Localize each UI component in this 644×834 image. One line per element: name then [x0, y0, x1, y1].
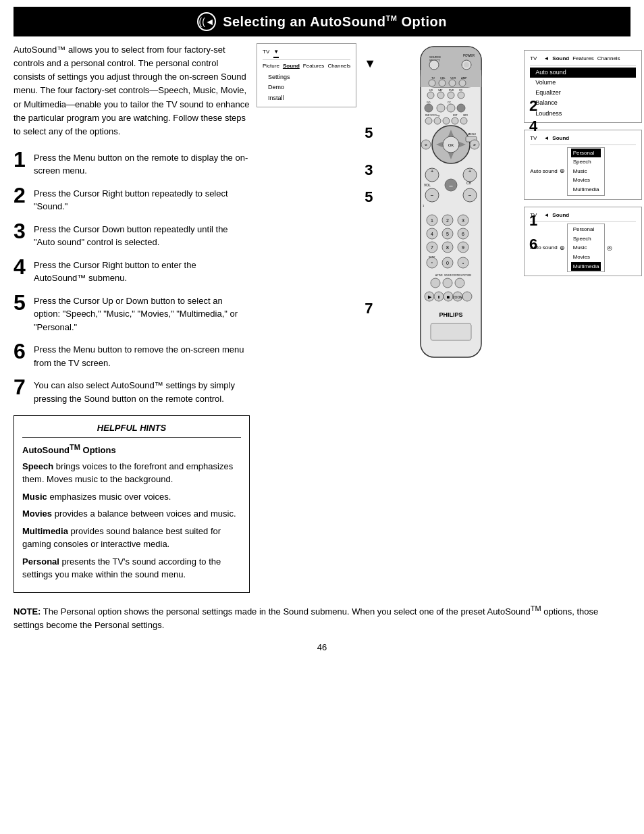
svg-text:+: + [431, 168, 434, 174]
svg-point-13 [429, 80, 435, 86]
arrow-right: ▼ [363, 43, 377, 71]
screen1-item-install: Install [263, 93, 350, 103]
hint-personal: Personal presents the TV's sound accordi… [22, 555, 241, 581]
svg-text:2: 2 [446, 218, 449, 223]
svg-point-27 [425, 104, 433, 112]
screen1-item-settings: Settings [263, 72, 350, 82]
svg-text:0: 0 [446, 261, 449, 265]
svg-point-93 [443, 278, 452, 288]
svg-text:GO: GO [427, 101, 431, 104]
svg-text:DVD: DVD [449, 89, 454, 92]
hint-movies: Movies provides a balance between voices… [22, 507, 241, 521]
intro-text: AutoSound™ allows you to select from fou… [14, 43, 250, 138]
note-section: NOTE: The Personal option shows the pers… [0, 600, 644, 636]
step-number-6: 6 [14, 340, 28, 362]
step-label-5b: 5 [365, 188, 373, 206]
svg-text:6: 6 [462, 232, 464, 236]
svg-text:7: 7 [431, 245, 433, 250]
screen2-tab-channels: Channels [597, 54, 620, 63]
screen4-movies: Movies [571, 253, 601, 262]
svg-point-7 [464, 62, 469, 68]
page-header: ((◄ Selecting an AutoSoundTM Option [14, 7, 630, 36]
svg-text:PHILIPS: PHILIPS [439, 311, 463, 318]
svg-text:HD: HD [429, 89, 433, 92]
svg-point-8 [429, 60, 439, 70]
svg-text:CH: CH [466, 181, 472, 185]
svg-point-28 [437, 104, 445, 112]
screen4-personal: Personal [571, 225, 601, 234]
screen4: TV ◄ Sound Auto sound ⊕ Personal Speech … [524, 207, 642, 277]
step-text-3: Press the Cursor Down button repeatedly … [34, 220, 250, 249]
hint-music: Music emphasizes music over voices. [22, 490, 241, 504]
svg-text:•: • [462, 261, 464, 265]
svg-text:⏸: ⏸ [437, 295, 441, 299]
svg-text:POWER: POWER [463, 54, 475, 57]
step-text-5: Press the Cursor Up or Down button to se… [34, 292, 250, 334]
screen1-tv-label: TV [263, 47, 269, 58]
step-number-4: 4 [14, 256, 28, 278]
screen2-tab-sound: Sound [552, 54, 569, 63]
svg-text:«: « [425, 142, 427, 147]
step-text-6: Press the Menu button to remove the on-s… [34, 340, 250, 369]
svg-text:EXIT: EXIT [453, 114, 458, 117]
svg-text:CBL: CBL [440, 76, 446, 80]
svg-point-15 [449, 80, 456, 86]
screen1-item-demo: Demo [263, 82, 350, 93]
svg-point-37 [452, 118, 458, 124]
step-label-2: 2 [529, 97, 537, 115]
svg-point-34 [425, 118, 432, 124]
hints-title: HELPFUL HINTS [22, 423, 241, 438]
step-number-3: 3 [14, 220, 28, 242]
hints-subtitle: AutoSoundTM Options [22, 443, 241, 455]
svg-point-30 [457, 104, 465, 112]
svg-point-29 [447, 104, 455, 112]
svg-text:4: 4 [431, 232, 433, 236]
screen1-tab-features: Features [303, 61, 325, 71]
screen3: TV ◄ Sound Auto sound ⊕ Personal Speech … [524, 130, 642, 200]
step-number-5: 5 [14, 292, 28, 313]
svg-point-14 [439, 80, 446, 86]
svg-text:−: − [468, 192, 472, 199]
screen1-tab-picture: Picture [263, 61, 279, 71]
screen3-tab-sound: Sound [552, 134, 569, 143]
step-label-3: 3 [365, 161, 373, 179]
step-7: 7 You can also select AutoSound™ setting… [14, 376, 250, 405]
svg-text:5: 5 [446, 232, 449, 236]
screen3-movies: Movies [571, 176, 601, 185]
step-label-5a: 5 [365, 124, 373, 142]
left-column: AutoSound™ allows you to select from fou… [14, 43, 250, 593]
svg-text:−: − [431, 192, 434, 199]
screen2-tab-features: Features [572, 54, 594, 63]
hint-speech: Speech brings voices to the forefront an… [22, 460, 241, 486]
hints-box: HELPFUL HINTS AutoSoundTM Options Speech… [14, 415, 250, 592]
page-title: Selecting an AutoSoundTM Option [223, 14, 447, 30]
svg-text:TV: TV [431, 76, 435, 80]
page-number: 46 [0, 635, 644, 659]
screen3-personal: Personal [571, 149, 601, 158]
svg-point-23 [448, 92, 454, 99]
step-number-2: 2 [14, 184, 28, 206]
svg-text:INFO: INFO [463, 114, 468, 117]
svg-text:⏹: ⏹ [446, 295, 450, 299]
step-number-7: 7 [14, 376, 28, 398]
svg-point-24 [458, 92, 464, 99]
screen2-loudness: Loudness [530, 109, 636, 119]
svg-point-94 [455, 278, 464, 288]
svg-text:3: 3 [462, 218, 464, 223]
svg-text:1: 1 [431, 218, 433, 223]
step-label-1: 1 [529, 212, 537, 230]
remote-svg: SOURCE SELECT POWER TV CBL VCR AMP [383, 43, 518, 367]
screen2-equalizer: Equalizer [530, 88, 636, 98]
svg-text:CC: CC [448, 101, 452, 104]
step-label-7: 7 [365, 300, 373, 317]
screen4-tab-sound: Sound [552, 211, 569, 220]
step-text-1: Press the Menu button on the remote to d… [34, 149, 250, 178]
svg-text:CD: CD [459, 89, 463, 92]
screen1-tab-channels: Channels [327, 61, 350, 71]
svg-text:»: » [473, 142, 476, 147]
header-icon: ((◄ [197, 12, 216, 31]
screen1-tab-sound: Sound [283, 61, 300, 71]
screen2-tv: TV [530, 54, 537, 63]
screen3-music: Music [571, 167, 601, 176]
note-text: NOTE: The Personal option shows the pers… [14, 603, 630, 633]
